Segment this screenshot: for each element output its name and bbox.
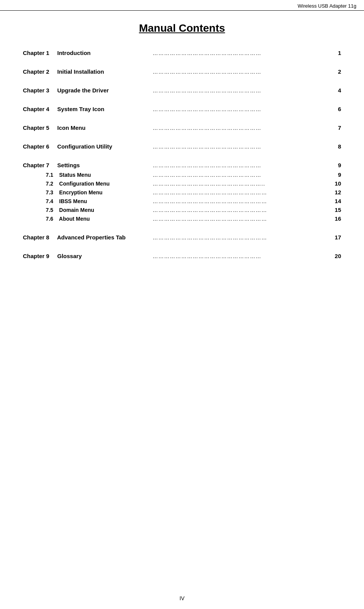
chapter7-page: 9 (330, 162, 341, 168)
toc-sub74: 7.4 IBSS Menu …………………………………………………… 14 (23, 198, 341, 204)
sub71-dots: ………………………………………………… (153, 172, 327, 178)
chapter8-num: Chapter 8 (23, 234, 49, 241)
toc-chapter2: Chapter 2 Initial Installation ………………………… (23, 68, 341, 75)
chapter6-title: Configuration Utility (57, 143, 112, 150)
chapter3-dots: ………………………………………………… (153, 87, 327, 94)
chapter5-num: Chapter 5 (23, 124, 49, 131)
sub76-label: 7.6 About Menu (46, 216, 153, 222)
chapter7-dots: ………………………………………………… (153, 162, 327, 168)
sub72-title: Configuration Menu (59, 181, 110, 187)
chapter5-page: 7 (330, 124, 341, 131)
chapter2-title: Initial Installation (57, 68, 104, 75)
chapter1-num: Chapter 1 (23, 50, 49, 56)
sub71-label: 7.1 Status Menu (46, 172, 153, 178)
sub76-page: 16 (330, 215, 341, 222)
sub74-num: 7.4 (46, 198, 53, 204)
toc-chapter8: Chapter 8 Advanced Properties Tab ………………… (23, 234, 341, 241)
chapter5-dots: ………………………………………………… (153, 125, 327, 131)
sub73-label: 7.3 Encryption Menu (46, 189, 153, 195)
sub73-dots: …………………………………………………… (153, 189, 327, 195)
chapter9-title: Glossary (57, 253, 82, 259)
chapter4-label: Chapter 4 System Tray Icon (23, 106, 153, 112)
toc-chapter1: Chapter 1 Introduction ……………………………………………… (23, 50, 341, 56)
chapter1-label: Chapter 1 Introduction (23, 50, 153, 56)
sub73-page: 12 (330, 189, 341, 195)
chapter9-page: 20 (330, 253, 341, 259)
chapter4-page: 6 (330, 106, 341, 112)
chapter4-dots: ………………………………………………… (153, 106, 327, 112)
chapter4-title: System Tray Icon (57, 106, 104, 112)
chapter8-page: 17 (330, 234, 341, 241)
chapter7-main-entry: Chapter 7 Settings ………………………………………………… 9 (23, 162, 341, 168)
toc-chapter5: Chapter 5 Icon Menu ………………………………………………… … (23, 124, 341, 131)
chapter5-title: Icon Menu (57, 124, 85, 131)
toc-sub71: 7.1 Status Menu ………………………………………………… 9 (23, 171, 341, 178)
chapter9-label: Chapter 9 Glossary (23, 253, 153, 259)
sub73-num: 7.3 (46, 189, 53, 195)
toc-chapter4: Chapter 4 System Tray Icon …………………………………… (23, 106, 341, 112)
sub74-dots: …………………………………………………… (153, 198, 327, 204)
sub71-num: 7.1 (46, 172, 53, 178)
chapter6-dots: ………………………………………………… (153, 144, 327, 150)
sub75-num: 7.5 (46, 207, 53, 213)
sub72-label: 7.2 Configuration Menu (46, 181, 153, 187)
sub75-page: 15 (330, 207, 341, 213)
chapter6-page: 8 (330, 143, 341, 150)
chapter3-num: Chapter 3 (23, 87, 49, 94)
chapter3-page: 4 (330, 87, 341, 94)
chapter8-title: Advanced Properties Tab (57, 234, 126, 241)
sub76-title: About Menu (59, 216, 90, 222)
chapter8-label: Chapter 8 Advanced Properties Tab (23, 234, 153, 241)
chapter4-num: Chapter 4 (23, 106, 49, 112)
sub74-page: 14 (330, 198, 341, 204)
chapter3-title: Upgrade the Driver (57, 87, 109, 94)
sub72-dots: ………………………………………………….. (153, 181, 327, 187)
toc-sub72: 7.2 Configuration Menu ……………………………………………… (23, 180, 341, 187)
toc-sub75: 7.5 Domain Menu …………………………………………………… 15 (23, 207, 341, 213)
chapter7-label: Chapter 7 Settings (23, 162, 153, 168)
sub73-title: Encryption Menu (59, 189, 103, 195)
chapter6-num: Chapter 6 (23, 143, 49, 150)
chapter1-page: 1 (330, 50, 341, 56)
sub74-title: IBSS Menu (59, 198, 87, 204)
chapter8-dots: …………………………………………………… (153, 234, 327, 241)
sub76-dots: …………………………………………………… (153, 216, 327, 222)
sub72-page: 10 (330, 180, 341, 187)
chapter2-label: Chapter 2 Initial Installation (23, 68, 153, 75)
chapter1-title: Introduction (57, 50, 90, 56)
sub71-page: 9 (330, 171, 341, 178)
sub76-num: 7.6 (46, 216, 53, 222)
page-content: Manual Contents Chapter 1 Introduction …… (0, 11, 364, 294)
chapter1-dots: ………………………………………………… (153, 50, 327, 56)
page-title: Manual Contents (23, 22, 341, 34)
toc-chapter9: Chapter 9 Glossary ………………………………………………… 2… (23, 253, 341, 259)
toc-sub76: 7.6 About Menu …………………………………………………… 16 (23, 215, 341, 222)
page-header: Wireless USB Adapter 11g (0, 0, 364, 11)
sub75-dots: …………………………………………………… (153, 207, 327, 213)
chapter2-dots: ………………………………………………… (153, 69, 327, 75)
toc-chapter3: Chapter 3 Upgrade the Driver ……………………………… (23, 87, 341, 94)
chapter5-label: Chapter 5 Icon Menu (23, 124, 153, 131)
toc-chapter7: Chapter 7 Settings ………………………………………………… 9… (23, 162, 341, 222)
chapter2-page: 2 (330, 68, 341, 75)
chapter2-num: Chapter 2 (23, 68, 49, 75)
sub75-title: Domain Menu (59, 207, 94, 213)
chapter7-num: Chapter 7 (23, 162, 49, 168)
toc-sub73: 7.3 Encryption Menu ……………………………………………………… (23, 189, 341, 195)
page-footer: IV (0, 595, 364, 601)
sub75-label: 7.5 Domain Menu (46, 207, 153, 213)
sub71-title: Status Menu (59, 172, 91, 178)
chapter6-label: Chapter 6 Configuration Utility (23, 143, 153, 150)
sub72-num: 7.2 (46, 181, 53, 187)
chapter9-num: Chapter 9 (23, 253, 49, 259)
toc-chapter6: Chapter 6 Configuration Utility ……………………… (23, 143, 341, 150)
chapter9-dots: ………………………………………………… (153, 253, 327, 259)
sub74-label: 7.4 IBSS Menu (46, 198, 153, 204)
chapter3-label: Chapter 3 Upgrade the Driver (23, 87, 153, 94)
chapter7-title: Settings (57, 162, 80, 168)
